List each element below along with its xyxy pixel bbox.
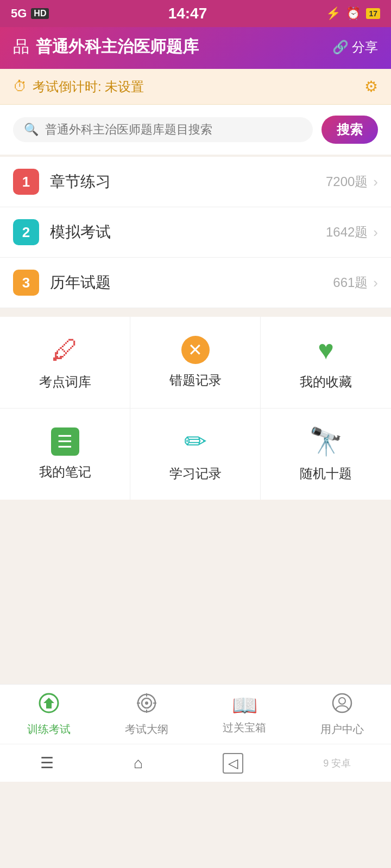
grid-item-study-record[interactable]: ✏ 学习记录 bbox=[130, 409, 261, 500]
countdown-bar: ⏱ 考试倒计时: 未设置 ⚙ bbox=[0, 69, 391, 105]
sys-back-button[interactable]: ◁ bbox=[223, 753, 243, 774]
chevron-right-icon-1: › bbox=[373, 174, 378, 190]
grid-label-favorites: 我的收藏 bbox=[300, 373, 352, 391]
grid-item-errors[interactable]: ✕ 错题记录 bbox=[130, 317, 261, 409]
grid-item-favorites[interactable]: ♥ 我的收藏 bbox=[261, 317, 391, 409]
chevron-right-icon-2: › bbox=[373, 224, 378, 241]
menu-count-history: 661题 bbox=[333, 274, 368, 291]
home-nav-icon bbox=[38, 692, 60, 719]
grid-label-errors: 错题记录 bbox=[169, 372, 222, 389]
app-logo-icon: 品 bbox=[13, 36, 29, 58]
hd-badge: HD bbox=[31, 8, 49, 19]
header-left: 品 普通外科主治医师题库 bbox=[13, 36, 199, 58]
grid-label-study-record: 学习记录 bbox=[169, 465, 222, 482]
menu-item-mock[interactable]: 2 模拟考试 1642题 › bbox=[0, 207, 391, 258]
share-button[interactable]: 🔗 分享 bbox=[332, 39, 378, 56]
system-nav-bar: ☰ ⌂ ◁ 9 安卓 bbox=[0, 744, 391, 782]
pencil-icon: 🖊 bbox=[52, 334, 79, 366]
binoculars-icon: 🔭 bbox=[309, 426, 343, 457]
svg-point-9 bbox=[339, 698, 345, 704]
menu-count-mock: 1642题 bbox=[326, 224, 368, 241]
bluetooth-icon: ⚡ bbox=[326, 7, 340, 21]
content-area bbox=[0, 500, 391, 684]
menu-item-history[interactable]: 3 历年试题 661题 › bbox=[0, 258, 391, 308]
nav-label-outline: 考试大纲 bbox=[125, 722, 168, 737]
grid-item-random[interactable]: 🔭 随机十题 bbox=[261, 409, 391, 500]
status-right: ⚡ ⏰ 17 bbox=[326, 7, 380, 21]
nav-label-treasure: 过关宝箱 bbox=[223, 720, 266, 735]
nav-item-treasure[interactable]: 📖 过关宝箱 bbox=[195, 685, 293, 744]
sys-home-button[interactable]: ⌂ bbox=[134, 755, 143, 772]
heart-icon: ♥ bbox=[318, 334, 334, 366]
search-input[interactable] bbox=[45, 123, 302, 137]
search-button[interactable]: 搜索 bbox=[321, 116, 378, 144]
sys-menu-button[interactable]: ☰ bbox=[40, 754, 54, 772]
clock-time: 14:47 bbox=[168, 5, 207, 22]
search-input-wrapper: 🔍 bbox=[13, 117, 313, 142]
menu-count-chapter: 7200题 bbox=[326, 173, 368, 190]
countdown-icon: ⏱ bbox=[13, 78, 27, 95]
nav-label-train: 训练考试 bbox=[27, 722, 71, 737]
menu-num-2: 2 bbox=[13, 219, 39, 245]
grid-item-notes[interactable]: ☰ 我的笔记 bbox=[0, 409, 130, 500]
notes-icon: ☰ bbox=[51, 427, 79, 456]
bottom-nav: 训练考试 考试大纲 📖 过关宝箱 用户中心 bbox=[0, 684, 391, 744]
svg-point-3 bbox=[145, 701, 148, 705]
search-icon: 🔍 bbox=[24, 123, 39, 137]
status-bar: 5G HD 14:47 ⚡ ⏰ 17 bbox=[0, 0, 391, 27]
battery-indicator: 17 bbox=[366, 8, 380, 19]
menu-num-1: 1 bbox=[13, 169, 39, 195]
menu-list: 1 章节练习 7200题 › 2 模拟考试 1642题 › 3 历年试题 661… bbox=[0, 157, 391, 308]
header: 品 普通外科主治医师题库 🔗 分享 bbox=[0, 27, 391, 69]
nav-label-user: 用户中心 bbox=[320, 722, 364, 737]
nav-item-train[interactable]: 训练考试 bbox=[0, 685, 98, 744]
menu-num-3: 3 bbox=[13, 270, 39, 296]
x-circle-icon: ✕ bbox=[181, 336, 210, 364]
nav-item-user[interactable]: 用户中心 bbox=[293, 685, 391, 744]
menu-label-chapter: 章节练习 bbox=[50, 171, 326, 192]
app-title: 普通外科主治医师题库 bbox=[36, 36, 199, 58]
user-nav-icon bbox=[331, 692, 353, 719]
target-nav-icon bbox=[136, 692, 157, 719]
menu-item-chapter[interactable]: 1 章节练习 7200题 › bbox=[0, 157, 391, 207]
menu-label-history: 历年试题 bbox=[50, 272, 333, 293]
search-bar: 🔍 搜索 bbox=[0, 105, 391, 155]
countdown-label: 考试倒计时: 未设置 bbox=[33, 78, 144, 95]
settings-icon[interactable]: ⚙ bbox=[364, 78, 378, 95]
grid-label-vocabulary: 考点词库 bbox=[39, 373, 91, 391]
grid-label-random: 随机十题 bbox=[300, 465, 352, 482]
watermark-text: 9 安卓 bbox=[323, 757, 351, 770]
share-icon: 🔗 bbox=[332, 40, 349, 55]
chevron-right-icon-3: › bbox=[373, 275, 378, 291]
book-nav-icon: 📖 bbox=[232, 693, 257, 717]
pen-icon: ✏ bbox=[184, 426, 207, 457]
grid-item-vocabulary[interactable]: 🖊 考点词库 bbox=[0, 317, 130, 409]
countdown-left: ⏱ 考试倒计时: 未设置 bbox=[13, 78, 144, 95]
grid-section: 🖊 考点词库 ✕ 错题记录 ♥ 我的收藏 ☰ 我的笔记 ✏ 学习记录 🔭 随机十… bbox=[0, 317, 391, 500]
grid-label-notes: 我的笔记 bbox=[39, 463, 91, 481]
share-label: 分享 bbox=[352, 39, 378, 56]
menu-label-mock: 模拟考试 bbox=[50, 222, 326, 242]
status-left: 5G HD bbox=[11, 7, 49, 21]
signal-icon: 5G bbox=[11, 7, 27, 21]
clock-icon: ⏰ bbox=[346, 7, 361, 21]
nav-item-outline[interactable]: 考试大纲 bbox=[98, 685, 195, 744]
